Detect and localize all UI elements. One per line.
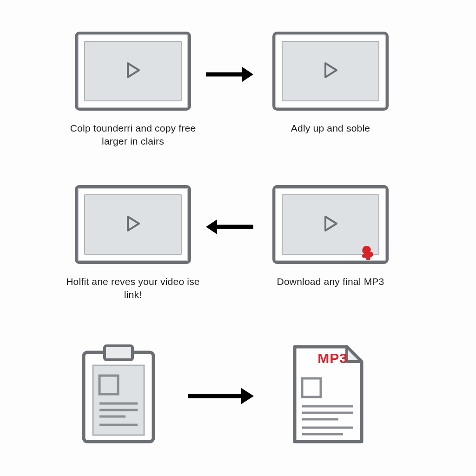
step-1-caption: Colp tounderri and copy free larger in c… xyxy=(63,122,203,148)
video-thumbnail-icon xyxy=(75,185,191,264)
red-accent-icon xyxy=(359,244,377,264)
svg-rect-3 xyxy=(105,346,132,360)
play-icon xyxy=(322,61,339,81)
play-icon xyxy=(124,215,142,234)
arrow-right-icon xyxy=(186,386,256,408)
video-thumbnail-icon xyxy=(75,32,191,111)
arrow-left-icon xyxy=(204,218,255,238)
step-3: Holfit ane reves your video ise link! xyxy=(63,185,203,302)
video-thumbnail-icon xyxy=(272,32,389,111)
step-1: Colp tounderri and copy free larger in c… xyxy=(63,32,203,148)
mp3-file-step: MP3 xyxy=(288,344,367,445)
mp3-label: MP3 xyxy=(317,350,348,366)
step-4-caption: Download any final MP3 xyxy=(277,275,384,288)
diagram-canvas: Colp tounderri and copy free larger in c… xyxy=(0,0,476,476)
step-4: Download any final MP3 xyxy=(272,185,389,288)
play-icon xyxy=(124,61,142,81)
step-2-caption: Adly up and soble xyxy=(291,122,370,135)
clipboard-icon xyxy=(79,344,158,445)
play-icon xyxy=(322,215,339,234)
step-3-caption: Holfit ane reves your video ise link! xyxy=(63,275,203,302)
arrow-right-icon xyxy=(204,65,255,86)
mp3-file-icon: MP3 xyxy=(288,344,367,445)
video-thumbnail-icon xyxy=(272,185,389,264)
step-2: Adly up and soble xyxy=(272,32,389,135)
clipboard-step xyxy=(79,344,158,445)
